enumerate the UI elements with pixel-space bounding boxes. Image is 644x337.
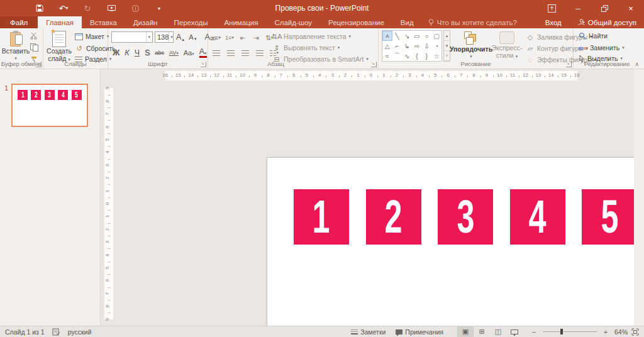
quick-styles-button[interactable]: Экспресс- стили ▾ — [491, 31, 523, 60]
tab-Дизайн[interactable]: Дизайн — [125, 16, 166, 28]
shape-option[interactable]: △ — [382, 41, 392, 51]
find-button[interactable]: Найти — [579, 32, 608, 40]
vertical-scrollbar[interactable] — [634, 69, 644, 326]
touch-mode-icon[interactable] — [123, 0, 147, 16]
close-icon[interactable]: × — [618, 0, 644, 16]
bullets-icon[interactable]: •≡▾ — [212, 33, 221, 42]
slideshow-view-button[interactable] — [506, 326, 523, 337]
number-square-5[interactable]: 5 — [582, 189, 637, 245]
number-square-1[interactable]: 1 — [294, 189, 349, 245]
number-square-4[interactable]: 4 — [510, 189, 565, 245]
shape-option[interactable]: ▢ — [431, 31, 441, 41]
numbering-icon[interactable]: 1≡▾ — [225, 33, 234, 42]
language-indicator[interactable]: русский — [68, 328, 92, 336]
clipboard-dialog-launcher[interactable]: ↘ — [36, 62, 42, 67]
shape-option[interactable]: ▭ — [412, 31, 422, 41]
shape-option[interactable]: A — [382, 31, 392, 41]
zoom-out-button[interactable]: − — [529, 326, 539, 337]
number-square-2[interactable]: 2 — [366, 189, 421, 245]
zoom-slider[interactable] — [543, 331, 597, 332]
minimize-icon[interactable]: – — [565, 0, 591, 16]
tab-file[interactable]: Файл — [0, 16, 38, 28]
tab-Вид[interactable]: Вид — [392, 16, 422, 28]
grow-font-button[interactable]: A▲ — [176, 33, 185, 41]
font-color-button[interactable]: A▾ — [199, 47, 207, 58]
spellcheck-icon[interactable] — [52, 328, 60, 336]
tab-Главная[interactable]: Главная — [38, 16, 82, 28]
save-icon[interactable] — [28, 0, 52, 16]
customize-qat-icon[interactable]: ▾ — [147, 0, 171, 16]
tab-Слайд-шоу[interactable]: Слайд-шоу — [266, 16, 320, 28]
shapes-scroll-down-icon[interactable]: ▼ — [444, 41, 450, 51]
undo-icon[interactable]: ↶▾ — [52, 0, 75, 16]
copy-button[interactable] — [30, 43, 38, 52]
number-square-3[interactable]: 3 — [438, 189, 493, 245]
shrink-font-button[interactable]: A▼ — [189, 33, 197, 41]
shapes-more-icon[interactable]: ⩒ — [444, 51, 450, 61]
redo-icon[interactable]: ↻ — [75, 0, 99, 16]
shape-option[interactable]: { — [412, 51, 422, 61]
shape-option[interactable]: ☆ — [431, 51, 441, 61]
fit-to-window-icon[interactable] — [631, 328, 639, 336]
restore-icon[interactable] — [591, 0, 618, 16]
cut-button[interactable] — [30, 32, 38, 40]
ribbon-display-options-icon[interactable] — [538, 0, 565, 16]
align-text-button[interactable]: ⇕ Выровнять текст▾ — [272, 43, 340, 52]
notes-toggle[interactable]: Заметки — [346, 326, 391, 337]
shapes-scroll-up-icon[interactable]: ▲ — [444, 31, 450, 41]
slide-thumbnail[interactable]: 12345 — [11, 84, 88, 127]
zoom-level[interactable]: 64% — [614, 328, 628, 336]
shape-option[interactable]: ⇨ — [412, 41, 422, 51]
tab-Рецензирование[interactable]: Рецензирование — [320, 16, 392, 28]
shape-option[interactable]: ↘ — [402, 31, 412, 41]
paste-button[interactable]: Вставить ▾ — [3, 31, 29, 62]
comments-toggle[interactable]: Примечания — [391, 326, 448, 337]
justify-icon[interactable] — [255, 48, 264, 57]
tab-Переходы[interactable]: Переходы — [165, 16, 216, 28]
text-shadow-button[interactable]: S — [145, 48, 150, 57]
zoom-in-button[interactable]: + — [601, 326, 611, 337]
drawing-dialog-launcher[interactable]: ↘ — [566, 62, 572, 67]
reading-view-button[interactable]: ◫ — [490, 326, 506, 337]
tell-me-box[interactable]: Что вы хотите сделать? — [422, 16, 523, 28]
tab-Анимация[interactable]: Анимация — [216, 16, 266, 28]
replace-button[interactable]: abac Заменить▾ — [579, 43, 625, 52]
sign-in-button[interactable]: Вход — [536, 19, 570, 26]
shape-option[interactable]: ↳ — [402, 41, 412, 51]
normal-view-button[interactable]: ▣ — [457, 326, 474, 337]
increase-indent-icon[interactable]: ⇥ — [252, 33, 260, 42]
slide-sorter-view-button[interactable]: ⊞ — [474, 326, 490, 337]
align-left-icon[interactable] — [212, 48, 221, 57]
underline-button[interactable]: Ч — [135, 48, 140, 57]
paragraph-dialog-launcher[interactable]: ↘ — [371, 62, 377, 67]
new-slide-button[interactable]: ★ Создать слайд ▾ — [45, 31, 73, 64]
tab-Вставка[interactable]: Вставка — [82, 16, 125, 28]
layout-button[interactable]: Макет▾ — [75, 33, 109, 40]
shape-option[interactable]: ⇩ — [422, 41, 432, 51]
font-dialog-launcher[interactable]: ↘ — [201, 62, 206, 67]
bold-button[interactable]: Ж — [113, 48, 119, 57]
character-spacing-button[interactable]: AV▾ — [169, 50, 179, 56]
font-name-combo[interactable]: ▾ — [111, 31, 153, 43]
decrease-indent-icon[interactable]: ⇤ — [238, 33, 247, 42]
share-button[interactable]: Общий доступ — [570, 16, 644, 28]
arrange-button[interactable]: Упорядочить ▾ — [453, 31, 489, 60]
text-direction-button[interactable]: ⇅A Направление текста▾ — [272, 32, 351, 41]
shape-option[interactable]: ≈ — [382, 51, 392, 61]
shape-option[interactable]: } — [422, 51, 432, 61]
shape-option[interactable]: ○ — [422, 31, 432, 41]
shape-option[interactable]: ╲ — [392, 31, 402, 41]
start-slideshow-icon[interactable] — [99, 0, 123, 16]
collapse-ribbon-chevron[interactable]: ∧ — [635, 61, 639, 67]
change-case-button[interactable]: Aa▾ — [184, 49, 194, 57]
slide[interactable]: 12345 — [267, 157, 644, 337]
font-size-combo[interactable]: 138▾ — [155, 31, 174, 43]
zoom-slider-thumb[interactable] — [560, 329, 563, 334]
shape-option[interactable]: ⌒ — [392, 51, 402, 61]
shape-option[interactable]: ◔ — [431, 41, 441, 51]
italic-button[interactable]: К — [125, 48, 129, 57]
shape-option[interactable]: ∿ — [402, 51, 412, 61]
shape-option[interactable]: ⌐ — [392, 41, 402, 51]
align-right-icon[interactable] — [241, 48, 250, 57]
strikethrough-button[interactable]: abc — [155, 50, 164, 56]
